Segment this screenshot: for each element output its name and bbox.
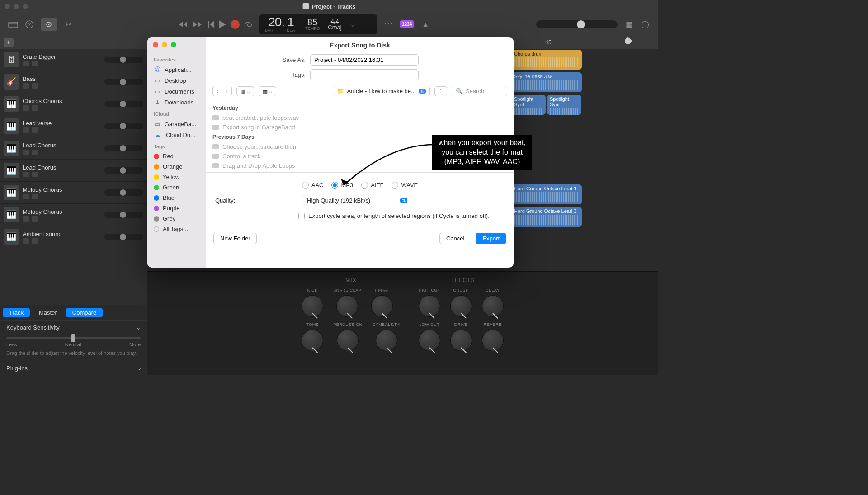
sidebar-item[interactable]: ▭GarageBa... xyxy=(152,118,202,129)
mute-button[interactable] xyxy=(23,150,29,155)
file-item[interactable]: Drag and Drop Apple Loops xyxy=(206,161,310,170)
region-spotlight-2[interactable]: Spotlight Synt xyxy=(547,95,581,115)
track-row[interactable]: 🎹 Melody Chorus xyxy=(0,204,147,226)
region-skyline-bass[interactable]: Skyline Bass.3 ⟳ xyxy=(511,72,582,92)
region-chorus-drum[interactable]: Chorus drum xyxy=(511,50,582,70)
region-hard-lead-1[interactable]: Hard Ground Octave Lead.1 xyxy=(511,184,582,204)
close-icon[interactable] xyxy=(153,42,158,47)
save-as-input[interactable] xyxy=(310,54,419,66)
mute-button[interactable] xyxy=(23,61,29,66)
forward-icon[interactable] xyxy=(193,21,203,28)
file-item[interactable]: Choose your...structure them xyxy=(206,142,310,151)
knob-kick[interactable] xyxy=(302,295,323,317)
lcd-key[interactable]: Cmaj xyxy=(328,24,341,30)
knob-reverb[interactable] xyxy=(482,330,504,351)
sensitivity-slider[interactable] xyxy=(6,337,141,339)
new-folder-button[interactable]: New Folder xyxy=(213,233,257,244)
loop-browser-icon[interactable]: ◯ xyxy=(640,19,650,29)
mute-button[interactable] xyxy=(23,216,29,222)
sidebar-tag[interactable]: All Tags... xyxy=(152,224,202,234)
headphone-button[interactable] xyxy=(32,194,38,199)
quality-select[interactable]: High Quality (192 kBit/s) ⇅ xyxy=(303,195,411,206)
mute-button[interactable] xyxy=(23,172,29,177)
sidebar-item[interactable]: ⒶApplicati... xyxy=(152,64,202,75)
search-input[interactable]: 🔍 Search xyxy=(452,86,507,96)
sidebar-item[interactable]: ▭Desktop xyxy=(152,75,202,86)
headphone-button[interactable] xyxy=(32,172,38,177)
zoom-icon[interactable] xyxy=(23,4,28,9)
sidebar-tag[interactable]: Grey xyxy=(152,213,202,224)
tags-input[interactable] xyxy=(310,69,419,80)
cancel-button[interactable]: Cancel xyxy=(439,233,471,244)
tuner-icon[interactable]: 〰 xyxy=(383,19,393,29)
region-hard-lead-3[interactable]: Hard Ground Octave Lead.3 xyxy=(511,207,582,227)
mute-button[interactable] xyxy=(23,105,29,111)
sidebar-tag[interactable]: Orange xyxy=(152,161,202,172)
chevron-down-icon[interactable]: ⌵ xyxy=(350,20,354,28)
library-icon[interactable] xyxy=(8,19,18,29)
headphone-button[interactable] xyxy=(32,216,38,222)
sidebar-tag[interactable]: Purple xyxy=(152,203,202,213)
track-volume-slider[interactable] xyxy=(104,145,143,151)
track-row[interactable]: 🎛 Crate Digger xyxy=(0,49,147,71)
track-row[interactable]: 🎹 Lead Chorus xyxy=(0,160,147,182)
sidebar-tag[interactable]: Red xyxy=(152,151,202,161)
tab-master[interactable]: Master xyxy=(33,308,63,317)
track-row[interactable]: 🎹 Ambient sound xyxy=(0,226,147,248)
expand-button[interactable]: ⌃ xyxy=(434,86,447,96)
scissors-icon[interactable]: ✂ xyxy=(63,19,73,29)
headphone-button[interactable] xyxy=(32,105,38,111)
sidebar-tag[interactable]: Blue xyxy=(152,193,202,203)
minimize-icon[interactable] xyxy=(14,4,19,9)
track-row[interactable]: 🎹 Melody Chorus xyxy=(0,182,147,204)
track-volume-slider[interactable] xyxy=(104,167,143,174)
dialog-traffic-lights[interactable] xyxy=(153,42,176,47)
view-mode-grid[interactable]: ▦ ⌵ xyxy=(259,86,276,96)
tab-track[interactable]: Track xyxy=(3,308,30,317)
track-row[interactable]: 🎸 Bass xyxy=(0,71,147,93)
sidebar-item[interactable]: ☁iCloud Dri... xyxy=(152,129,202,140)
knob-percussion[interactable] xyxy=(337,330,359,351)
track-volume-slider[interactable] xyxy=(104,123,143,129)
file-item[interactable]: Export song in GarageBand xyxy=(206,123,310,132)
knob-hi-hat[interactable] xyxy=(371,295,393,317)
knob-drive[interactable] xyxy=(450,330,472,351)
knob-snare-clap[interactable] xyxy=(336,295,358,317)
add-track-button[interactable]: + xyxy=(4,38,14,47)
track-volume-slider[interactable] xyxy=(104,101,143,107)
region-spotlight-1[interactable]: Spotlight Synt xyxy=(511,95,546,115)
lcd-display[interactable]: 20.1 BARBEAT 85 TEMPO 4/4 Cmaj ⌵ xyxy=(259,14,377,34)
headphone-button[interactable] xyxy=(32,61,38,66)
lcd-time-signature[interactable]: 4/4 xyxy=(330,19,339,24)
knob-low-cut[interactable] xyxy=(419,330,440,351)
mute-button[interactable] xyxy=(23,127,29,133)
tab-compare[interactable]: Compare xyxy=(66,308,103,317)
file-item[interactable]: Control a track xyxy=(206,151,310,161)
knob-delay[interactable] xyxy=(482,295,504,317)
headphone-button[interactable] xyxy=(32,127,38,133)
smart-controls-button[interactable] xyxy=(41,18,57,31)
track-volume-slider[interactable] xyxy=(104,234,143,240)
go-to-start-icon[interactable] xyxy=(208,21,214,28)
track-row[interactable]: 🎹 Chords Chorus xyxy=(0,93,147,115)
knob-crush[interactable] xyxy=(450,295,472,317)
plugins-header[interactable]: Plug-ins › xyxy=(0,361,147,375)
mute-button[interactable] xyxy=(23,238,29,244)
export-button[interactable]: Export xyxy=(476,233,506,244)
mute-button[interactable] xyxy=(23,194,29,199)
minimize-icon[interactable] xyxy=(162,42,167,47)
sidebar-item[interactable]: ▭Documents xyxy=(152,86,202,97)
rewind-icon[interactable] xyxy=(179,21,189,28)
view-mode-columns[interactable]: ▥ ⌵ xyxy=(236,86,254,96)
playhead-icon[interactable] xyxy=(623,37,632,46)
headphone-button[interactable] xyxy=(32,150,38,155)
lcd-tempo[interactable]: 85 xyxy=(307,18,317,27)
close-icon[interactable] xyxy=(5,4,10,9)
headphone-button[interactable] xyxy=(32,238,38,244)
notepad-icon[interactable]: ▦ xyxy=(624,19,634,29)
zoom-icon[interactable] xyxy=(171,42,176,47)
track-volume-slider[interactable] xyxy=(104,212,143,218)
track-volume-slider[interactable] xyxy=(104,189,143,196)
cycle-checkbox[interactable] xyxy=(298,213,305,219)
record-button[interactable] xyxy=(231,20,240,29)
